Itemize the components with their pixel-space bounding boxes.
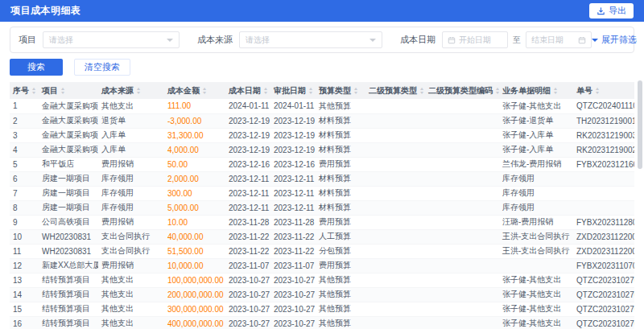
table-row[interactable]: 12新建XX总部大厦工程二期费用报销10,000.002023-11-07202… — [10, 258, 634, 273]
table-row[interactable]: 1金融大厦采购项目其他支出111.002024-01-112024-01-11其… — [10, 99, 634, 113]
expand-filter-link[interactable]: 展开筛选 — [592, 34, 637, 46]
table-cell: 公司高铁项目 — [39, 215, 98, 229]
column-header[interactable]: 二级预算类型编码▲▼ — [425, 82, 499, 99]
column-header[interactable]: 二级预算类型▲▼ — [365, 82, 425, 99]
table-cell — [365, 99, 425, 113]
table-cell: 3 — [10, 128, 39, 142]
table-cell: 2023-11-28 — [225, 215, 270, 229]
export-button-label: 导出 — [609, 5, 626, 17]
filter-panel: 项目 请选择 成本来源 请选择 成本日期 — [10, 27, 634, 53]
table-cell: 入库单 — [98, 128, 164, 142]
column-header-label: 项目 — [42, 86, 58, 95]
sort-icon[interactable]: ▲▼ — [202, 87, 207, 95]
column-header-label: 业务单据明细 — [502, 86, 551, 95]
table-cell: 金融大厦采购项目 — [39, 113, 98, 128]
sort-icon[interactable]: ▲▼ — [419, 87, 424, 95]
end-date-input[interactable]: 结束日期 — [526, 31, 592, 48]
table-cell: 张子健-其他支出 — [499, 287, 573, 302]
table-cell: 11 — [10, 244, 39, 258]
clear-search-button[interactable]: 清空搜索 — [74, 59, 130, 76]
table-cell: 2023-11-22 — [270, 244, 316, 258]
table-cell: 16 — [10, 316, 39, 329]
actions-row: 搜索 清空搜索 — [10, 59, 634, 76]
table-row[interactable]: 10WH20230831支出合同执行40,000.002023-11-22202… — [10, 229, 634, 244]
project-select[interactable]: 请选择 — [43, 31, 180, 48]
calendar-icon — [578, 36, 586, 44]
sort-icon[interactable]: ▲▼ — [136, 87, 141, 95]
table-row[interactable]: 15结转预算项目其他支出300,000,000.002023-10-272023… — [10, 302, 634, 316]
table-cell: WH20230831 — [39, 229, 98, 244]
cost-table: 序号▲▼项目▲▼成本来源▲▼成本金额▲▼成本日期▲▼审批日期▲▼预算类型▲▼二级… — [10, 82, 634, 329]
table-row[interactable]: 14结转预算项目其他支出200,000,000.002023-10-272023… — [10, 287, 634, 302]
sort-icon[interactable]: ▲▼ — [595, 87, 600, 95]
table-cell: 其他预算 — [316, 273, 365, 287]
export-button[interactable]: 导出 — [589, 3, 634, 19]
sort-icon[interactable]: ▲▼ — [60, 87, 65, 95]
column-header[interactable]: 序号▲▼ — [10, 82, 39, 99]
table-cell — [365, 258, 425, 273]
cost-source-select[interactable]: 请选择 — [239, 31, 382, 48]
table-row[interactable]: 3金融大厦采购项目入库单31,300.002023-12-192023-12-1… — [10, 128, 634, 142]
table-row[interactable]: 11WH20230831支出合同执行51,500.002023-11-22202… — [10, 244, 634, 258]
table-cell: 支出合同执行 — [98, 229, 164, 244]
column-header[interactable]: 业务单据明细▲▼ — [499, 82, 573, 99]
table-cell — [573, 200, 634, 215]
source-filter-label: 成本来源 — [197, 34, 233, 46]
column-header[interactable]: 预算类型▲▼ — [316, 82, 365, 99]
column-header[interactable]: 成本日期▲▼ — [225, 82, 270, 99]
table-row[interactable]: 9公司高铁项目费用报销10.002023-11-282023-11-28费用预算… — [10, 215, 634, 229]
search-button[interactable]: 搜索 — [10, 59, 63, 76]
sort-icon[interactable]: ▲▼ — [263, 87, 268, 95]
app-window: 项目成本明细表 导出 项目 请选择 成本来源 请选择 — [0, 0, 644, 329]
table-cell: 2023-12-19 — [270, 113, 316, 128]
table-cell: 2023-12-19 — [225, 128, 270, 142]
table-cell: 材料预算 — [316, 113, 365, 128]
column-header[interactable]: 成本来源▲▼ — [98, 82, 164, 99]
table-cell: 库存领用 — [499, 200, 573, 215]
table-cell: 50.00 — [164, 157, 225, 171]
table-row[interactable]: 8房建一期项目库存领用5,000.002023-12-112023-12-11材… — [10, 200, 634, 215]
table-cell: 2023-12-11 — [270, 186, 316, 200]
table-row[interactable]: 6房建一期项目库存领用2,000.002023-12-112023-12-11材… — [10, 171, 634, 186]
table-cell — [425, 244, 499, 258]
table-cell: RK20231219003 — [573, 128, 634, 142]
table-header-row: 序号▲▼项目▲▼成本来源▲▼成本金额▲▼成本日期▲▼审批日期▲▼预算类型▲▼二级… — [10, 82, 634, 99]
table-cell: 退货单 — [98, 113, 164, 128]
table-cell: QTZC20231027002 — [573, 273, 634, 287]
table-cell: 2023-11-07 — [225, 258, 270, 273]
table-cell: 入库单 — [98, 142, 164, 157]
table-cell: 8 — [10, 200, 39, 215]
table-row[interactable]: 7房建一期项目库存领用300.002023-12-112023-12-11材料预… — [10, 186, 634, 200]
table-body: 1金融大厦采购项目其他支出111.002024-01-112024-01-11其… — [10, 99, 634, 329]
table-cell: 13 — [10, 273, 39, 287]
table-row[interactable]: 4金融大厦采购项目入库单4,000.002023-12-192023-12-19… — [10, 142, 634, 157]
column-header[interactable]: 审批日期▲▼ — [270, 82, 316, 99]
sort-icon[interactable]: ▲▼ — [308, 87, 313, 95]
table-cell: 其他支出 — [98, 99, 164, 113]
table-cell: 房建一期项目 — [39, 200, 98, 215]
sort-icon[interactable]: ▲▼ — [353, 87, 358, 95]
table-cell — [425, 287, 499, 302]
column-header[interactable]: 单号▲▼ — [573, 82, 634, 99]
vertical-scrollbar[interactable] — [638, 80, 642, 169]
column-header[interactable]: 成本金额▲▼ — [164, 82, 225, 99]
table-row[interactable]: 16结转预算项目其他支出400,000,000.002023-10-272023… — [10, 316, 634, 329]
column-header-label: 二级预算类型 — [369, 86, 417, 95]
table-cell: FYBX20231107001 — [573, 258, 634, 273]
table-cell: ZXD20231122001 — [573, 244, 634, 258]
column-header[interactable]: 项目▲▼ — [39, 82, 98, 99]
table-row[interactable]: 2金融大厦采购项目退货单-3,000.002023-12-192023-12-1… — [10, 113, 634, 128]
start-date-placeholder: 开始日期 — [459, 35, 491, 46]
sort-icon[interactable]: ▲▼ — [31, 87, 36, 95]
table-cell: 费用预算 — [316, 258, 365, 273]
table-cell: 2,000.00 — [164, 171, 225, 186]
table-row[interactable]: 5和平饭店费用报销50.002023-12-162023-12-16费用预算兰伟… — [10, 157, 634, 171]
table-cell — [425, 200, 499, 215]
table-cell: 费用预算 — [316, 157, 365, 171]
table-row[interactable]: 13结转预算项目其他支出100,000,000.002023-10-272023… — [10, 273, 634, 287]
sort-icon[interactable]: ▲▼ — [553, 87, 558, 95]
sort-icon[interactable]: ▲▼ — [495, 87, 499, 95]
column-header-label: 预算类型 — [319, 86, 351, 95]
start-date-input[interactable]: 开始日期 — [442, 31, 508, 48]
end-date-placeholder: 结束日期 — [531, 35, 564, 46]
